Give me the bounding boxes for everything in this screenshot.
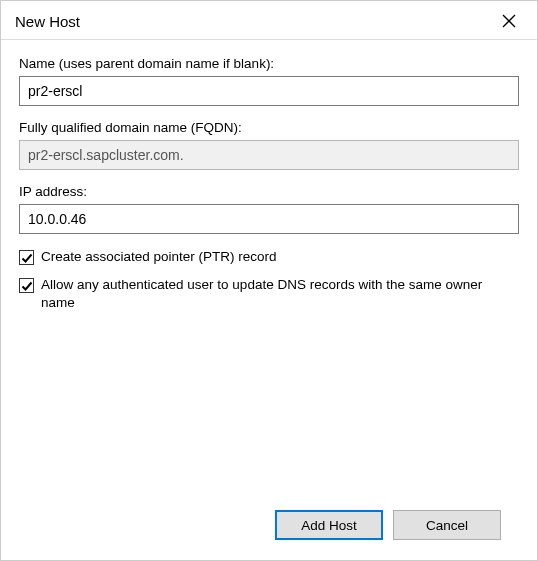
button-row: Add Host Cancel	[19, 496, 519, 560]
ip-field-block: IP address:	[19, 184, 519, 234]
ptr-checkbox-row: Create associated pointer (PTR) record	[19, 248, 519, 266]
dialog-content: Name (uses parent domain name if blank):…	[1, 40, 537, 560]
close-button[interactable]	[495, 7, 523, 35]
cancel-button[interactable]: Cancel	[393, 510, 501, 540]
name-label: Name (uses parent domain name if blank):	[19, 56, 519, 71]
close-icon	[502, 14, 516, 28]
fqdn-field-block: Fully qualified domain name (FQDN):	[19, 120, 519, 170]
name-field-block: Name (uses parent domain name if blank):	[19, 56, 519, 106]
fqdn-input	[19, 140, 519, 170]
checkmark-icon	[21, 252, 33, 264]
checkmark-icon	[21, 280, 33, 292]
allow-update-checkbox[interactable]	[19, 278, 34, 293]
allow-update-checkbox-row: Allow any authenticated user to update D…	[19, 276, 519, 312]
fqdn-label: Fully qualified domain name (FQDN):	[19, 120, 519, 135]
allow-update-checkbox-label[interactable]: Allow any authenticated user to update D…	[41, 276, 519, 312]
dialog-title: New Host	[15, 13, 80, 30]
name-input[interactable]	[19, 76, 519, 106]
ip-input[interactable]	[19, 204, 519, 234]
titlebar: New Host	[1, 1, 537, 39]
ptr-checkbox[interactable]	[19, 250, 34, 265]
add-host-button[interactable]: Add Host	[275, 510, 383, 540]
ptr-checkbox-label[interactable]: Create associated pointer (PTR) record	[41, 248, 519, 266]
new-host-dialog: New Host Name (uses parent domain name i…	[0, 0, 538, 561]
ip-label: IP address:	[19, 184, 519, 199]
